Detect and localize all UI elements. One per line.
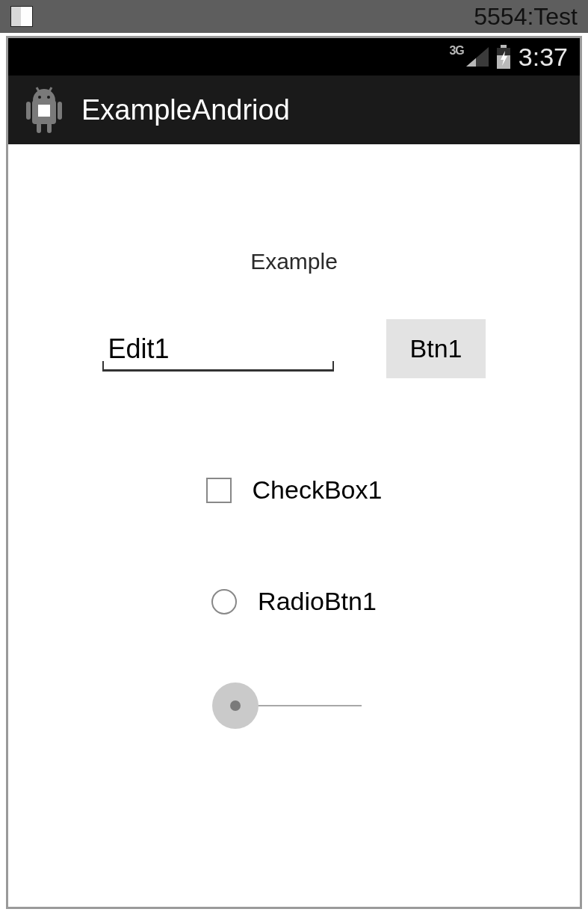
status-clock: 3:37 [519, 43, 568, 72]
svg-rect-14 [38, 105, 50, 117]
network-3g-label: 3G [449, 44, 463, 58]
signal-group: 3G [449, 47, 488, 67]
svg-marker-0 [466, 47, 489, 67]
btn1-button[interactable]: Btn1 [386, 319, 486, 378]
app-title: ExampleAndriod [81, 94, 290, 126]
emulator-titlebar: 5554:Test [0, 0, 588, 33]
example-heading: Example [250, 249, 338, 274]
svg-point-16 [47, 96, 50, 99]
checkbox1-label: CheckBox1 [253, 475, 383, 505]
svg-point-15 [38, 96, 41, 99]
radio1[interactable] [211, 589, 237, 614]
checkbox-row: CheckBox1 [206, 475, 383, 505]
battery-charging-icon [496, 45, 511, 69]
emulator-title: 5554:Test [474, 3, 578, 31]
window-icon [10, 6, 33, 27]
svg-rect-11 [58, 102, 62, 120]
status-bar: 3G 3:37 [8, 38, 580, 76]
svg-rect-10 [26, 102, 31, 120]
seekbar-thumb[interactable] [212, 683, 259, 729]
signal-icon [466, 47, 489, 67]
edit-wrapper [102, 326, 334, 372]
svg-rect-12 [37, 123, 41, 133]
content-area: Example Btn1 CheckBox1 RadioBtn1 [8, 144, 580, 907]
svg-rect-2 [501, 45, 507, 48]
checkbox1[interactable] [206, 478, 232, 503]
android-robot-icon [22, 85, 66, 135]
svg-rect-13 [47, 123, 52, 133]
action-bar: ExampleAndriod [8, 76, 580, 144]
phone-frame: 3G 3:37 [6, 36, 582, 909]
form-row: Btn1 [102, 319, 486, 378]
edit1-input[interactable] [102, 326, 334, 372]
radio-row: RadioBtn1 [211, 587, 377, 616]
seekbar[interactable] [212, 683, 362, 728]
radio1-label: RadioBtn1 [258, 587, 377, 616]
